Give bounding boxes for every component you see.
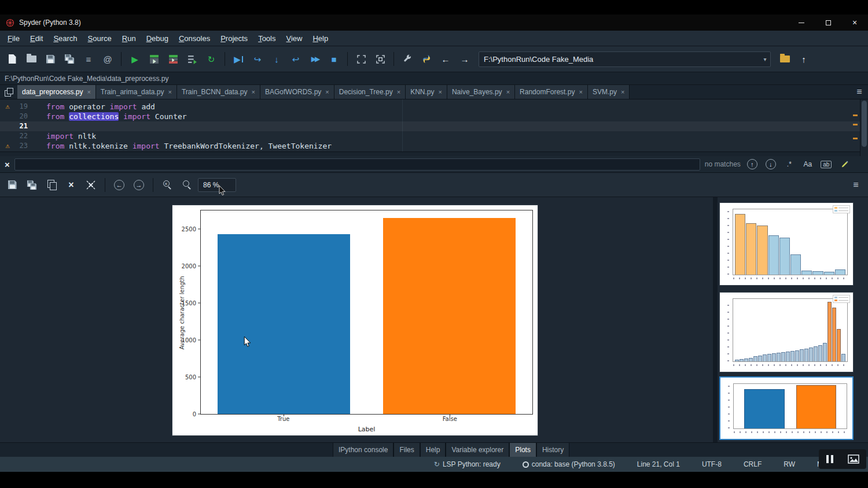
menu-view[interactable]: View	[281, 32, 307, 45]
tab-close-icon[interactable]: ×	[252, 88, 255, 95]
maximize-pane-button[interactable]	[352, 50, 370, 68]
back-button[interactable]: ←	[437, 50, 454, 68]
step-return-button[interactable]: ↩	[287, 50, 304, 68]
save-all-button[interactable]	[61, 50, 78, 68]
open-file-button[interactable]	[23, 50, 40, 68]
maximize-button[interactable]	[815, 14, 841, 31]
menu-run[interactable]: Run	[117, 32, 141, 45]
fullscreen-button[interactable]	[372, 50, 389, 68]
continue-button[interactable]: ▶▶	[306, 50, 323, 68]
preferences-button[interactable]	[399, 50, 416, 68]
menu-source[interactable]: Source	[83, 32, 117, 45]
menu-debug[interactable]: Debug	[141, 32, 174, 45]
scrollbar-thumb[interactable]	[862, 101, 867, 147]
thumbnail-scrollbar[interactable]	[713, 197, 718, 442]
tab-close-icon[interactable]: ×	[87, 88, 90, 95]
editor-tab-train-arima[interactable]: Train_arima_data.py×	[96, 85, 177, 99]
editor-tab-data-preprocess[interactable]: data_preprocess.py×	[17, 85, 96, 99]
code-line-19[interactable]: ⚠ 19 from operator import add	[0, 102, 860, 112]
editor-tab-naive-bayes[interactable]: Naive_Bayes.py×	[447, 85, 515, 99]
code-line-23[interactable]: ⚠ 23 from nltk.tokenize import TreebankW…	[0, 141, 860, 151]
editor-horizontal-scrollbar[interactable]	[0, 151, 860, 156]
close-find-button[interactable]: ×	[5, 160, 10, 169]
next-plot-button[interactable]: →	[130, 176, 148, 194]
code-line-22[interactable]: 22 import nltk	[0, 131, 860, 141]
tab-close-icon[interactable]: ×	[621, 88, 624, 95]
rerun-button[interactable]: ↻	[203, 50, 220, 68]
tab-close-icon[interactable]: ×	[506, 88, 510, 95]
tab-close-icon[interactable]: ×	[325, 88, 329, 95]
editor-tab-randomforest[interactable]: RandomForest.py×	[515, 85, 588, 99]
code-line-20[interactable]: 20 from collections import Counter	[0, 112, 860, 121]
plot-thumbnail-2[interactable]	[719, 292, 854, 372]
minimize-button[interactable]	[788, 14, 815, 31]
step-into-button[interactable]: ↓	[268, 50, 285, 68]
tab-close-icon[interactable]: ×	[397, 88, 400, 95]
tab-close-icon[interactable]: ×	[168, 88, 171, 95]
tab-history[interactable]: History	[536, 443, 569, 457]
menu-consoles[interactable]: Consoles	[174, 32, 215, 45]
menu-file[interactable]: File	[2, 32, 25, 45]
tab-menu-button[interactable]: ≡	[851, 85, 868, 99]
save-all-plots-button[interactable]	[23, 176, 41, 194]
step-over-button[interactable]: ↪	[249, 50, 266, 68]
menu-edit[interactable]: Edit	[25, 32, 48, 45]
file-switcher-button[interactable]: ≡	[80, 50, 97, 68]
close-button[interactable]: ×	[841, 14, 868, 31]
pythonpath-button[interactable]	[418, 50, 435, 68]
case-toggle[interactable]: Aa	[801, 158, 815, 171]
tab-close-icon[interactable]: ×	[438, 88, 442, 95]
find-previous-button[interactable]: ↑	[745, 158, 759, 171]
remove-all-plots-button[interactable]	[82, 176, 100, 194]
browse-directory-button[interactable]	[776, 50, 793, 68]
regex-toggle[interactable]: .*	[782, 158, 796, 171]
code-editor[interactable]: ⚠ 19 from operator import add 20 from co…	[0, 99, 868, 156]
menu-help[interactable]: Help	[307, 32, 333, 45]
working-directory-combobox[interactable]: ▾	[479, 51, 771, 67]
conda-status[interactable]: conda: base (Python 3.8.5)	[523, 460, 615, 468]
zoom-in-button[interactable]	[178, 176, 196, 194]
menu-projects[interactable]: Projects	[215, 32, 253, 45]
pause-icon[interactable]	[826, 455, 833, 463]
run-button[interactable]: ▶	[126, 50, 144, 68]
browse-tabs-button[interactable]	[0, 85, 17, 99]
zoom-out-button[interactable]: ×	[159, 176, 176, 194]
tab-files[interactable]: Files	[393, 443, 420, 457]
combobox-caret-icon[interactable]: ▾	[760, 56, 770, 62]
picture-icon[interactable]	[848, 454, 859, 464]
find-input[interactable]	[14, 158, 700, 171]
copy-plot-button[interactable]	[43, 176, 60, 194]
tab-close-icon[interactable]: ×	[579, 88, 582, 95]
editor-tab-svm[interactable]: SVM.py×	[588, 85, 630, 99]
editor-vertical-scrollbar[interactable]	[860, 99, 868, 156]
tab-plots[interactable]: Plots	[509, 443, 536, 457]
editor-tab-bagofwords[interactable]: BAGofWORDS.py×	[260, 85, 334, 99]
menu-tools[interactable]: Tools	[253, 32, 281, 45]
run-cell-advance-button[interactable]	[164, 50, 182, 68]
symbol-finder-button[interactable]: @	[99, 50, 116, 68]
save-plot-button[interactable]	[3, 176, 21, 194]
remove-plot-button[interactable]: ×	[62, 176, 80, 194]
editor-tab-train-bcnn[interactable]: Train_BCNN_data.py×	[177, 85, 260, 99]
find-next-button[interactable]: ↓	[764, 158, 778, 171]
previous-plot-button[interactable]: ←	[111, 176, 128, 194]
zoom-level[interactable]: 86 %	[198, 178, 236, 192]
run-cell-button[interactable]	[145, 50, 163, 68]
highlight-toggle[interactable]	[838, 158, 852, 171]
forward-button[interactable]: →	[456, 50, 473, 68]
editor-tab-decision-tree[interactable]: Decision_Tree.py×	[334, 85, 406, 99]
menu-search[interactable]: Search	[48, 32, 82, 45]
save-button[interactable]	[42, 50, 59, 68]
stop-debug-button[interactable]: ■	[325, 50, 343, 68]
plot-figure[interactable]: Average character length 050010001500200…	[172, 205, 538, 436]
tab-variable-explorer[interactable]: Variable explorer	[446, 443, 509, 457]
working-directory-input[interactable]	[479, 55, 760, 64]
plot-thumbnail-3-selected[interactable]	[719, 376, 854, 440]
tab-ipython-console[interactable]: IPython console	[333, 443, 393, 457]
editor-tab-knn[interactable]: KNN.py×	[406, 85, 447, 99]
plots-menu-button[interactable]: ≡	[847, 176, 865, 194]
debug-button[interactable]: ▶	[230, 50, 247, 68]
plot-thumbnail-1[interactable]	[719, 202, 854, 286]
new-file-button[interactable]	[3, 50, 21, 68]
code-line-21-current[interactable]: 21	[0, 121, 860, 131]
